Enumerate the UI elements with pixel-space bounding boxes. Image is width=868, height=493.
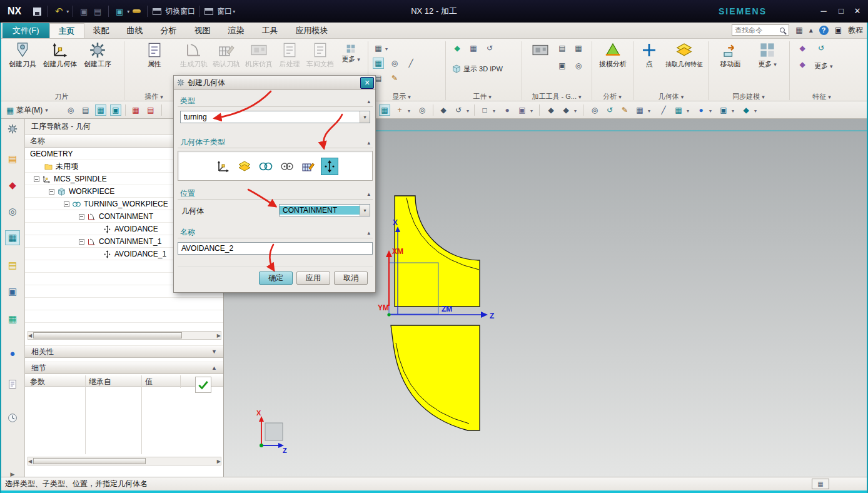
edit-display-icon[interactable]: ✎ (389, 73, 400, 84)
feature-unite-icon[interactable]: ↺ (815, 43, 827, 54)
scroll-right-icon[interactable]: ▶ (217, 459, 221, 464)
solid-cube-icon[interactable]: ▣ (718, 104, 729, 116)
subtype-turning-workpiece-icon[interactable] (257, 158, 275, 175)
group-label-machining-tool[interactable]: 加工工具 - G...▾ (524, 92, 589, 101)
verify-toolpath-button[interactable]: 确认刀轨 (211, 41, 242, 68)
show-3d-ipw-button[interactable]: 显示 3D IPW (452, 64, 503, 74)
draft-analysis-button[interactable]: 拔模分析 (597, 41, 629, 68)
assembly-navigator-icon[interactable]: ▤ (5, 151, 20, 166)
table-caret-icon[interactable]: ▾ (687, 108, 689, 114)
machining-tool-button[interactable] (527, 41, 554, 59)
subtype-mcs-spindle-icon[interactable] (214, 158, 232, 175)
highlight-selection-icon[interactable]: ▣ (110, 104, 121, 116)
view-fit-icon[interactable]: ▦ (379, 104, 390, 116)
operation-navigator-icon[interactable]: ▦ (5, 230, 20, 245)
sphere-caret-icon[interactable]: ▾ (709, 108, 712, 114)
rectangle-select-caret-icon[interactable]: ▾ (493, 108, 495, 114)
create-geometry-button[interactable]: 创建几何体 (41, 41, 79, 68)
dependencies-section[interactable]: 相关性▼ (25, 345, 223, 358)
mcs-display-icon[interactable]: ▦ (130, 104, 141, 116)
collapse-icon[interactable] (79, 214, 84, 220)
close-button[interactable]: ✕ (848, 0, 867, 21)
geometry-dropdown-arrow-icon[interactable]: ▾ (360, 205, 370, 216)
machine-tool-view-icon[interactable]: ▤ (5, 258, 20, 273)
scroll-left-icon[interactable]: ◀ (28, 333, 32, 338)
toolpath-display-icon[interactable]: ◎ (389, 58, 400, 69)
style-diamond-icon[interactable]: ◆ (740, 104, 752, 116)
constraint-navigator-icon[interactable]: ◆ (5, 178, 20, 193)
gcode-icon[interactable]: ▤ (557, 43, 568, 54)
license-key-icon[interactable] (129, 4, 143, 18)
search-input[interactable] (732, 26, 780, 34)
minimize-ribbon-icon[interactable]: ▴ (809, 26, 813, 34)
dialog-title-bar[interactable]: 创建几何体 ✕ (174, 76, 375, 90)
render-style-caret-icon[interactable]: ▾ (530, 108, 533, 114)
display-toggle-icon[interactable]: ▦ (373, 43, 384, 54)
details-horizontal-scrollbar[interactable]: ◀ ▶ (28, 457, 221, 465)
machine-connect-icon[interactable]: ▣ (557, 60, 568, 71)
synchronous-more-button[interactable]: 更多 ▾ (754, 41, 781, 69)
tab-render[interactable]: 渲染 (220, 23, 253, 38)
rotate-view-icon[interactable]: ↺ (453, 104, 464, 116)
snap-point-icon[interactable]: ▦ (95, 104, 106, 116)
machine-simulation-button[interactable]: 机床仿真 (243, 41, 275, 68)
undo-caret-icon[interactable]: ▾ (66, 9, 69, 14)
view-caret-icon[interactable]: ▾ (574, 108, 577, 114)
tutorial-button[interactable]: 教程 (848, 25, 863, 36)
plus-point-caret-icon[interactable]: ▾ (408, 108, 410, 114)
geometry-name-input[interactable] (178, 242, 373, 255)
orient-view-icon[interactable]: ◆ (438, 104, 449, 116)
tab-analysis[interactable]: 分析 (152, 23, 186, 38)
scrollbar-thumb[interactable] (33, 332, 182, 338)
minimize-button[interactable]: ─ (814, 0, 833, 21)
display-toggle-caret-icon[interactable]: ▾ (385, 46, 388, 52)
details-table-header[interactable]: 参数 继承自 值 (25, 375, 223, 387)
information-table-icon[interactable]: ▦ (673, 104, 684, 116)
subtype-workpiece-icon[interactable] (236, 158, 253, 175)
tab-view[interactable]: 视图 (186, 23, 220, 38)
wcs-display-icon[interactable]: ▤ (145, 104, 156, 116)
process-assistant-icon[interactable]: ▣ (5, 284, 20, 299)
generate-toolpath-button[interactable]: 生成刀轨 (178, 41, 209, 68)
workpiece-update-icon[interactable]: ↺ (484, 43, 495, 54)
dialog-close-icon[interactable]: ✕ (360, 77, 374, 89)
group-label-geometry[interactable]: 几何体▾ (637, 92, 705, 101)
apply-button[interactable]: 应用 (296, 272, 330, 285)
trimetric-view-icon[interactable]: ◆ (560, 104, 572, 116)
feature-mirror-icon[interactable]: ◆ (797, 59, 808, 70)
wireframe-view-icon[interactable]: ▣ (517, 104, 528, 116)
menu-button[interactable]: ▦ 菜单(M) ▾ (4, 104, 51, 116)
subtype-turning-part-icon[interactable] (278, 158, 296, 175)
select-scope-icon[interactable]: ▤ (80, 104, 91, 116)
toolpath-more-button[interactable]: 更多 ▾ (338, 41, 363, 64)
name-section-header[interactable]: 名称▴ (178, 227, 373, 238)
point-button[interactable]: 点 (638, 41, 660, 68)
grid-caret-icon[interactable]: ▾ (648, 108, 650, 114)
rotate-caret-icon[interactable]: ▾ (467, 108, 469, 114)
group-label-display[interactable]: 显示▾ (370, 92, 433, 101)
isometric-view-icon[interactable]: ◆ (545, 104, 557, 116)
collapse-icon[interactable] (34, 176, 39, 182)
details-confirm-button[interactable] (195, 377, 211, 393)
tree-horizontal-scrollbar[interactable]: ◀ ▶ (28, 331, 221, 340)
subtype-avoidance-icon[interactable] (321, 158, 338, 175)
create-tool-button[interactable]: 创建刀具 (5, 41, 40, 68)
group-label-workpiece[interactable]: 工件▾ (448, 92, 517, 101)
subtype-section-header[interactable]: 几何体子类型▴ (178, 137, 373, 148)
cube-caret-icon[interactable]: ▾ (732, 108, 734, 114)
copy-icon[interactable]: ▣ (77, 4, 91, 18)
search-icon[interactable] (780, 28, 785, 33)
command-finder[interactable] (732, 24, 789, 36)
tab-assemblies[interactable]: 装配 (84, 23, 118, 38)
type-dropdown-arrow-icon[interactable]: ▾ (360, 111, 370, 123)
plus-point-icon[interactable]: + (394, 104, 405, 116)
pan-icon[interactable]: ◎ (416, 104, 428, 116)
properties-button[interactable]: 属性 (139, 41, 170, 68)
ok-button[interactable]: 确定 (259, 272, 293, 285)
annotate-icon[interactable]: ✎ (619, 104, 630, 116)
history-icon[interactable] (5, 410, 20, 425)
shaded-view-icon[interactable]: ● (502, 104, 513, 116)
rectangle-select-icon[interactable]: □ (479, 104, 490, 116)
geometry-parent-dropdown[interactable]: CONTAINMENT ▾ (279, 204, 370, 216)
create-operation-button[interactable]: 创建工序 (80, 41, 115, 68)
